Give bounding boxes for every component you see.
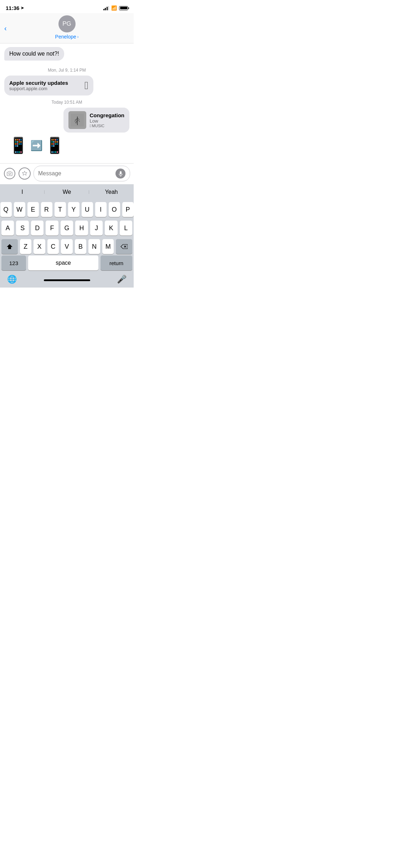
predictive-item-2[interactable]: We bbox=[45, 189, 89, 195]
key-R[interactable]: R bbox=[41, 202, 52, 217]
microphone-footer-icon[interactable]: 🎤 bbox=[117, 275, 127, 284]
tree-art bbox=[71, 114, 84, 126]
music-bubble[interactable]: Congregation Low  MUSIC bbox=[63, 108, 130, 133]
music-bubble-wrapper: Congregation Low  MUSIC bbox=[4, 108, 129, 133]
key-J[interactable]: J bbox=[90, 221, 103, 236]
music-artist: Low bbox=[90, 118, 125, 124]
wifi-icon: 📶 bbox=[111, 5, 117, 11]
key-G[interactable]: G bbox=[61, 221, 73, 236]
predictive-item-3[interactable]: Yeah bbox=[89, 189, 134, 195]
key-123[interactable]: 123 bbox=[1, 255, 26, 270]
music-service:  MUSIC bbox=[90, 124, 125, 128]
keyboard: I We Yeah Q W E R T Y U I O P A S D F G … bbox=[0, 184, 134, 288]
emoji-row: 📱 ➡️ 📱 bbox=[9, 136, 125, 155]
phone-emoji-2: 📱 bbox=[45, 136, 65, 155]
contact-avatar: PG bbox=[58, 15, 76, 32]
chevron-right-icon: › bbox=[77, 35, 79, 39]
mic-button[interactable] bbox=[115, 169, 125, 179]
status-time: 11:36 ➤ bbox=[6, 5, 24, 11]
music-thumbnail bbox=[68, 111, 86, 129]
svg-marker-12 bbox=[7, 244, 12, 249]
message-input-wrap[interactable] bbox=[34, 166, 130, 181]
key-space[interactable]: space bbox=[28, 255, 98, 270]
timestamp-1: Mon, Jul 9, 1:14 PM bbox=[4, 68, 129, 73]
svg-rect-9 bbox=[120, 171, 122, 174]
key-A[interactable]: A bbox=[1, 221, 14, 236]
input-bar bbox=[0, 163, 134, 184]
back-button[interactable]: ‹ bbox=[4, 24, 7, 32]
key-C[interactable]: C bbox=[47, 239, 59, 254]
keyboard-footer: 🌐 🎤 bbox=[0, 272, 134, 288]
key-row-3: Z X C V B N M bbox=[1, 239, 132, 254]
key-K[interactable]: K bbox=[105, 221, 117, 236]
key-M[interactable]: M bbox=[102, 239, 114, 254]
shift-key[interactable] bbox=[1, 239, 18, 254]
status-bar: 11:36 ➤ 📶 bbox=[0, 0, 134, 13]
key-E[interactable]: E bbox=[27, 202, 39, 217]
key-F[interactable]: F bbox=[46, 221, 58, 236]
predictive-bar: I We Yeah bbox=[0, 184, 134, 200]
nav-header: ‹ PG Penelope › bbox=[0, 13, 134, 43]
apple-logo-icon:  bbox=[84, 80, 88, 91]
svg-point-8 bbox=[9, 173, 11, 175]
music-title: Congregation bbox=[90, 112, 125, 118]
shift-icon bbox=[6, 243, 13, 250]
bottom-key-row: 123 space return bbox=[0, 255, 134, 272]
delete-key[interactable] bbox=[116, 239, 132, 254]
home-indicator bbox=[44, 279, 90, 281]
appstore-icon bbox=[21, 170, 28, 177]
time-label: 11:36 bbox=[6, 5, 19, 11]
camera-button[interactable] bbox=[4, 167, 16, 180]
link-card-bubble[interactable]: Apple security updates support.apple.com… bbox=[4, 76, 93, 95]
timestamp-2: Today 10:51 AM bbox=[4, 100, 129, 105]
key-return[interactable]: return bbox=[101, 255, 132, 270]
link-title: Apple security updates bbox=[9, 80, 68, 86]
key-I[interactable]: I bbox=[95, 202, 107, 217]
key-Y[interactable]: Y bbox=[68, 202, 79, 217]
key-row-2: A S D F G H J K L bbox=[1, 221, 132, 236]
phone-emoji-1: 📱 bbox=[9, 136, 28, 155]
messages-area: How could we not?! Mon, Jul 9, 1:14 PM A… bbox=[0, 43, 134, 163]
message-input[interactable] bbox=[38, 170, 113, 177]
key-D[interactable]: D bbox=[31, 221, 43, 236]
key-B[interactable]: B bbox=[75, 239, 87, 254]
arrow-emoji: ➡️ bbox=[30, 140, 43, 151]
predictive-item-1[interactable]: I bbox=[0, 189, 45, 195]
key-V[interactable]: V bbox=[61, 239, 73, 254]
key-row-1: Q W E R T Y U I O P bbox=[1, 202, 132, 217]
globe-icon[interactable]: 🌐 bbox=[7, 275, 17, 284]
key-rows: Q W E R T Y U I O P A S D F G H J K L bbox=[0, 200, 134, 255]
delete-icon bbox=[120, 244, 128, 249]
incoming-bubble-1[interactable]: How could we not?! bbox=[4, 47, 64, 61]
key-Q[interactable]: Q bbox=[0, 202, 12, 217]
link-url: support.apple.com bbox=[9, 86, 68, 91]
battery-icon bbox=[119, 6, 128, 10]
signal-icon bbox=[103, 6, 109, 10]
camera-icon bbox=[7, 171, 12, 176]
key-P[interactable]: P bbox=[122, 202, 134, 217]
key-L[interactable]: L bbox=[120, 221, 132, 236]
contact-name[interactable]: Penelope › bbox=[55, 34, 79, 40]
status-icons: 📶 bbox=[103, 5, 128, 11]
key-O[interactable]: O bbox=[109, 202, 120, 217]
key-U[interactable]: U bbox=[82, 202, 93, 217]
key-Z[interactable]: Z bbox=[20, 239, 32, 254]
key-X[interactable]: X bbox=[34, 239, 45, 254]
appstore-button[interactable] bbox=[19, 167, 31, 180]
bubble-text-1: How could we not?! bbox=[9, 51, 59, 57]
key-W[interactable]: W bbox=[14, 202, 25, 217]
key-T[interactable]: T bbox=[55, 202, 66, 217]
key-N[interactable]: N bbox=[88, 239, 100, 254]
key-H[interactable]: H bbox=[75, 221, 88, 236]
key-S[interactable]: S bbox=[16, 221, 29, 236]
location-icon: ➤ bbox=[21, 6, 24, 10]
